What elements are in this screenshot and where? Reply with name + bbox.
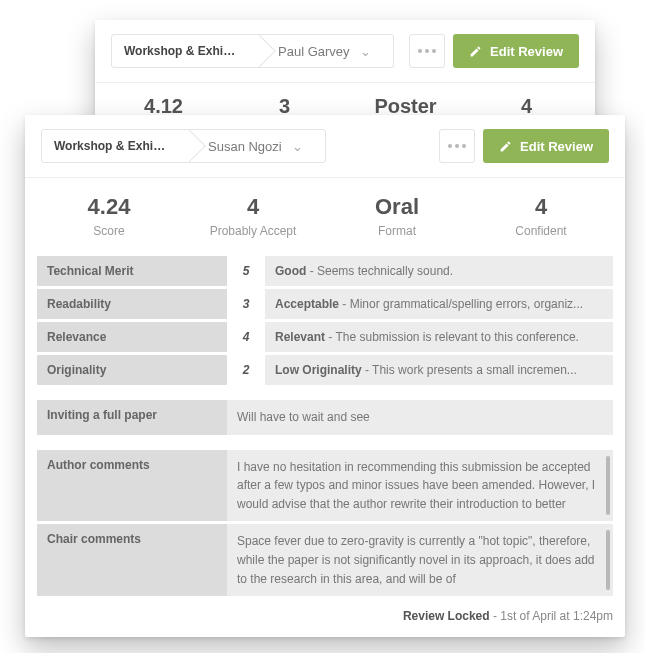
reviewer-name: Susan Ngozi bbox=[208, 139, 282, 154]
more-options-button[interactable] bbox=[439, 129, 475, 163]
chair-comments-label: Chair comments bbox=[37, 524, 227, 596]
criteria-row: Readability 3 Acceptable - Minor grammat… bbox=[37, 289, 613, 319]
stat-format: Oral Format bbox=[325, 194, 469, 238]
criteria-label: Relevance bbox=[37, 322, 227, 352]
stats-row: 4.24 Score 4 Probably Accept Oral Format… bbox=[25, 178, 625, 256]
edit-review-button[interactable]: Edit Review bbox=[453, 34, 579, 68]
chair-comments-body[interactable]: Space fever due to zero-gravity is curre… bbox=[227, 524, 613, 596]
criteria-label: Readability bbox=[37, 289, 227, 319]
criteria-row: Relevance 4 Relevant - The submission is… bbox=[37, 322, 613, 352]
more-options-button[interactable] bbox=[409, 34, 445, 68]
card-header: Workshop & Exhibitor... Paul Garvey ⌄ Ed… bbox=[95, 20, 595, 83]
chevron-right-icon bbox=[182, 129, 202, 163]
reviewer-select[interactable]: Susan Ngozi ⌄ bbox=[202, 139, 325, 154]
chevron-down-icon: ⌄ bbox=[292, 139, 303, 154]
pencil-icon bbox=[469, 45, 482, 58]
breadcrumb-section[interactable]: Workshop & Exhibitor... bbox=[42, 139, 182, 153]
criteria-desc: Good - Seems technically sound. bbox=[265, 256, 613, 286]
card-header: Workshop & Exhibitor... Susan Ngozi ⌄ Ed… bbox=[25, 115, 625, 178]
stat-score: 4.24 Score bbox=[37, 194, 181, 238]
edit-button-label: Edit Review bbox=[490, 44, 563, 59]
criteria-score: 5 bbox=[229, 256, 263, 286]
review-locked-status: Review Locked - 1st of April at 1:24pm bbox=[25, 599, 625, 637]
breadcrumb[interactable]: Workshop & Exhibitor... Paul Garvey ⌄ bbox=[111, 34, 394, 68]
author-comments-row: Author comments I have no hesitation in … bbox=[37, 450, 613, 522]
edit-review-button[interactable]: Edit Review bbox=[483, 129, 609, 163]
criteria-row: Originality 2 Low Originality - This wor… bbox=[37, 355, 613, 385]
criteria-label: Technical Merit bbox=[37, 256, 227, 286]
breadcrumb-section[interactable]: Workshop & Exhibitor... bbox=[112, 44, 252, 58]
chevron-down-icon: ⌄ bbox=[360, 44, 371, 59]
stat-confidence: 4 Confident bbox=[469, 194, 613, 238]
scrollbar[interactable] bbox=[606, 530, 610, 590]
criteria-desc: Relevant - The submission is relevant to… bbox=[265, 322, 613, 352]
criteria-section: Technical Merit 5 Good - Seems technical… bbox=[25, 256, 625, 596]
criteria-label: Originality bbox=[37, 355, 227, 385]
criteria-score: 3 bbox=[229, 289, 263, 319]
edit-button-label: Edit Review bbox=[520, 139, 593, 154]
reviewer-name: Paul Garvey bbox=[278, 44, 350, 59]
short-answer-label: Inviting a full paper bbox=[37, 400, 227, 435]
criteria-row: Technical Merit 5 Good - Seems technical… bbox=[37, 256, 613, 286]
stat-recommendation: 4 Probably Accept bbox=[181, 194, 325, 238]
criteria-desc: Low Originality - This work presents a s… bbox=[265, 355, 613, 385]
author-comments-label: Author comments bbox=[37, 450, 227, 522]
short-answer-row: Inviting a full paper Will have to wait … bbox=[37, 400, 613, 435]
criteria-score: 4 bbox=[229, 322, 263, 352]
chevron-right-icon bbox=[252, 34, 272, 68]
chair-comments-row: Chair comments Space fever due to zero-g… bbox=[37, 524, 613, 596]
criteria-desc: Acceptable - Minor grammatical/spelling … bbox=[265, 289, 613, 319]
scrollbar[interactable] bbox=[606, 456, 610, 516]
review-card-front: Workshop & Exhibitor... Susan Ngozi ⌄ Ed… bbox=[25, 115, 625, 637]
criteria-score: 2 bbox=[229, 355, 263, 385]
author-comments-body[interactable]: I have no hesitation in recommending thi… bbox=[227, 450, 613, 522]
reviewer-select[interactable]: Paul Garvey ⌄ bbox=[272, 44, 393, 59]
pencil-icon bbox=[499, 140, 512, 153]
breadcrumb[interactable]: Workshop & Exhibitor... Susan Ngozi ⌄ bbox=[41, 129, 326, 163]
short-answer-body: Will have to wait and see bbox=[227, 400, 613, 435]
